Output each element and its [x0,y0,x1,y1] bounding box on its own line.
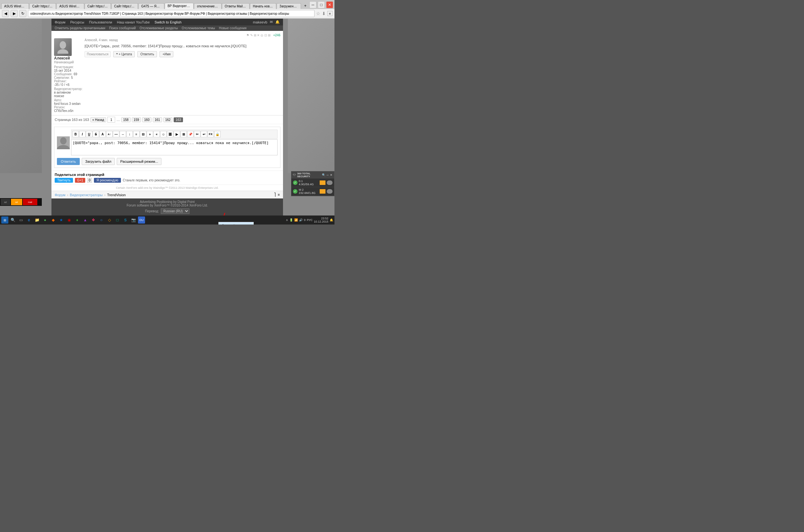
notifications-icon[interactable]: 🔔 [330,218,333,222]
tab-10[interactable]: Загружено 1 из 1 [276,3,301,9]
name-button[interactable]: +Имя [159,51,173,57]
sec-close-icon[interactable]: ✕ [330,173,332,176]
app10-icon[interactable]: ○ [98,216,105,224]
gplus-button[interactable]: G+1 [75,178,85,183]
task-view-icon[interactable]: ▭ [17,216,24,224]
minimize-button[interactable]: ─ [309,1,317,8]
toolbar-list2[interactable]: ⊟ [140,131,146,137]
toolbar-align[interactable]: ↕ [127,131,133,137]
sub-nav-search[interactable]: Поиск сообщений [109,26,136,30]
nav-resources[interactable]: Ресурсы [70,20,84,24]
app8-icon[interactable]: ▲ [82,216,89,224]
refresh-button[interactable]: ↻ [19,10,26,17]
page-162[interactable]: 162 [164,117,173,122]
app9-icon[interactable]: ❖ [90,216,97,224]
page-161[interactable]: 161 [153,117,162,122]
folder-icon-2[interactable] [320,189,325,194]
back-button[interactable]: ◀ [2,10,9,17]
page-160[interactable]: 160 [142,117,152,122]
editor-textarea[interactable]: [QUOTE="papa., post: 70056, member: 1541… [71,139,277,155]
toolbar-lock[interactable]: 🔒 [214,131,221,137]
app12-icon[interactable]: □ [114,216,121,224]
camera-icon[interactable]: 📷 [130,216,137,224]
tab-4[interactable]: Сайт https://yandi... [111,3,138,9]
sub-nav-watched-topics[interactable]: Отслеживаемые темы [182,26,215,30]
nav-forum[interactable]: Форум [55,20,65,24]
cloud-icon-2[interactable] [327,189,332,194]
app-du-icon[interactable]: DU [138,216,145,224]
nav-switch-lang[interactable]: Switch to English [155,20,182,24]
list-icon[interactable]: ≡ [278,193,280,197]
toolbar-strike[interactable]: S [93,131,99,137]
tab-3[interactable]: Сайт https://map-... [84,3,111,9]
tab-1[interactable]: Сайт https://www.... [29,3,56,9]
toolbar-indent[interactable]: ↔ [120,131,126,137]
toolbar-list[interactable]: ≡ [133,131,139,137]
page-159[interactable]: 159 [132,117,141,122]
start-button[interactable]: ⊞ [1,216,8,224]
sub-nav-new-messages[interactable]: Новые сообщения [219,26,247,30]
skype-icon[interactable]: S [122,216,129,224]
app6-icon[interactable]: ◉ [65,216,73,224]
toolbar-media[interactable]: ▶ [174,131,180,137]
app11-icon[interactable]: ◇ [106,216,113,224]
dropdown-item-spoiler[interactable]: ⚑ Спойлер [219,222,253,225]
forward-button[interactable]: ▶ [11,10,18,17]
app5-icon[interactable]: ★ [58,216,65,224]
tweet-button[interactable]: Твитнуть [55,178,73,183]
sub-nav-watched-sections[interactable]: Отслеживаемые разделы [139,26,178,30]
ie-icon[interactable]: e [25,216,33,224]
prev-page-button[interactable]: « Назад [90,117,106,122]
page-163-active[interactable]: 163 [174,117,183,122]
toolbar-bold[interactable]: B [72,131,79,137]
bc-section[interactable]: Видеорегистраторы [70,193,102,197]
tab-2[interactable]: ASUS Wireless Ro... [56,3,84,9]
sec-search-icon[interactable]: 🔍 [322,173,325,176]
toolbar-undo[interactable]: ↩ [201,131,207,137]
toolbar-quote2[interactable]: « [153,131,160,137]
toolbar-special[interactable]: ⊞ [180,131,187,137]
close-button[interactable]: ✕ [326,1,333,8]
sub-nav-mark-read[interactable]: Отметить разделы прочитанными [55,26,105,30]
sec-minimize-icon[interactable]: ─ [327,173,329,176]
page-input[interactable] [108,117,115,122]
tab-0[interactable]: ASUS Wireless Ro... [1,3,29,9]
language-select[interactable]: Russian (RU) English (EN) [161,208,189,214]
search-taskbar-icon[interactable]: 🔍 [9,216,16,224]
toolbar-quote[interactable]: » [147,131,153,137]
app4-icon[interactable]: ◆ [50,216,57,224]
quote-button[interactable]: ❝ + Цитата [113,51,135,57]
address-bar[interactable] [28,10,314,17]
bc-forum[interactable]: Форум [55,193,65,197]
toolbar-color[interactable]: A [99,131,106,137]
folder-icon-1[interactable] [320,180,325,185]
bookmark-icon[interactable]: ☆ [316,11,320,16]
new-tab-button[interactable]: + [301,2,309,9]
toolbar-emoji[interactable]: ☺ [160,131,167,137]
toolbar-hr[interactable]: — [113,131,119,137]
tab-5[interactable]: G475 — Яндекс ... [138,3,164,9]
toolbar-link[interactable]: 📌 [187,131,194,137]
editor-upload-button[interactable]: Загрузить файл [82,158,115,165]
toolbar-image[interactable]: 🖼 [167,131,173,137]
maximize-button[interactable]: □ [318,1,325,8]
nav-mail-icon[interactable]: ✉ [270,20,273,24]
nav-users[interactable]: Пользователи [89,20,112,24]
editor-advanced-button[interactable]: Расширенный режим... [117,158,161,165]
tab-7[interactable]: отключение цифр... [194,3,221,9]
tab-6-active[interactable]: ВР Видеорегистрат... [165,3,194,9]
explorer-icon[interactable]: 📁 [34,216,40,224]
cloud-icon-1[interactable] [327,180,332,185]
toolbar-cut[interactable]: ✂ [194,131,200,137]
tab-8[interactable]: Ответы Mail.Ru —... [222,3,250,9]
page-158[interactable]: 158 [121,117,131,122]
chrome-icon[interactable]: ● [41,216,49,224]
taskbar-chevron-icon[interactable]: ∧ [286,218,288,222]
toolbar-underline[interactable]: U [86,131,92,137]
toolbar-fx[interactable]: FX [207,131,214,137]
reply-button[interactable]: Ответить [137,51,157,57]
app7-icon[interactable]: ♦ [74,216,81,224]
complain-button[interactable]: Пожаловаться [84,51,111,57]
fb-button[interactable]: Я рекомендую [94,178,121,183]
tab-9[interactable]: Начать новую по... [250,3,276,9]
